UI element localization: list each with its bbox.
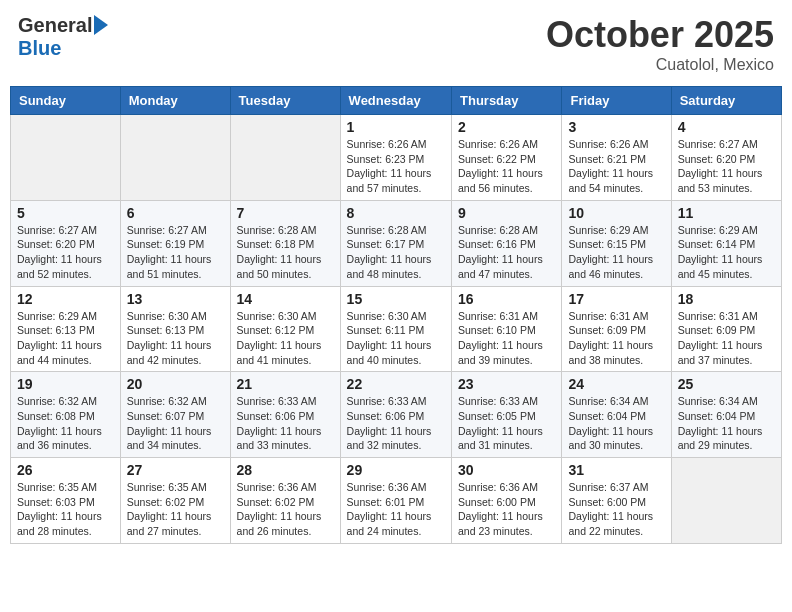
day-info: Sunrise: 6:27 AM Sunset: 6:19 PM Dayligh…: [127, 223, 224, 282]
calendar-cell: 11Sunrise: 6:29 AM Sunset: 6:14 PM Dayli…: [671, 200, 781, 286]
day-number: 20: [127, 376, 224, 392]
day-info: Sunrise: 6:31 AM Sunset: 6:10 PM Dayligh…: [458, 309, 555, 368]
week-row-5: 26Sunrise: 6:35 AM Sunset: 6:03 PM Dayli…: [11, 458, 782, 544]
weekday-header-row: SundayMondayTuesdayWednesdayThursdayFrid…: [11, 87, 782, 115]
calendar-cell: 18Sunrise: 6:31 AM Sunset: 6:09 PM Dayli…: [671, 286, 781, 372]
weekday-header-tuesday: Tuesday: [230, 87, 340, 115]
day-info: Sunrise: 6:29 AM Sunset: 6:15 PM Dayligh…: [568, 223, 664, 282]
calendar-cell: 6Sunrise: 6:27 AM Sunset: 6:19 PM Daylig…: [120, 200, 230, 286]
day-info: Sunrise: 6:33 AM Sunset: 6:06 PM Dayligh…: [347, 394, 445, 453]
calendar-cell: 1Sunrise: 6:26 AM Sunset: 6:23 PM Daylig…: [340, 115, 451, 201]
calendar-cell: 10Sunrise: 6:29 AM Sunset: 6:15 PM Dayli…: [562, 200, 671, 286]
day-number: 5: [17, 205, 114, 221]
day-number: 15: [347, 291, 445, 307]
calendar-cell: [230, 115, 340, 201]
day-number: 1: [347, 119, 445, 135]
calendar-cell: 24Sunrise: 6:34 AM Sunset: 6:04 PM Dayli…: [562, 372, 671, 458]
day-number: 3: [568, 119, 664, 135]
calendar-cell: 21Sunrise: 6:33 AM Sunset: 6:06 PM Dayli…: [230, 372, 340, 458]
calendar-cell: 13Sunrise: 6:30 AM Sunset: 6:13 PM Dayli…: [120, 286, 230, 372]
day-info: Sunrise: 6:36 AM Sunset: 6:02 PM Dayligh…: [237, 480, 334, 539]
day-info: Sunrise: 6:36 AM Sunset: 6:01 PM Dayligh…: [347, 480, 445, 539]
calendar-cell: 25Sunrise: 6:34 AM Sunset: 6:04 PM Dayli…: [671, 372, 781, 458]
day-info: Sunrise: 6:30 AM Sunset: 6:12 PM Dayligh…: [237, 309, 334, 368]
calendar-cell: 19Sunrise: 6:32 AM Sunset: 6:08 PM Dayli…: [11, 372, 121, 458]
day-number: 29: [347, 462, 445, 478]
day-info: Sunrise: 6:28 AM Sunset: 6:16 PM Dayligh…: [458, 223, 555, 282]
calendar-cell: 20Sunrise: 6:32 AM Sunset: 6:07 PM Dayli…: [120, 372, 230, 458]
day-info: Sunrise: 6:26 AM Sunset: 6:23 PM Dayligh…: [347, 137, 445, 196]
day-number: 19: [17, 376, 114, 392]
calendar-table: SundayMondayTuesdayWednesdayThursdayFrid…: [10, 86, 782, 544]
day-number: 18: [678, 291, 775, 307]
day-info: Sunrise: 6:31 AM Sunset: 6:09 PM Dayligh…: [678, 309, 775, 368]
calendar-cell: 31Sunrise: 6:37 AM Sunset: 6:00 PM Dayli…: [562, 458, 671, 544]
day-info: Sunrise: 6:30 AM Sunset: 6:11 PM Dayligh…: [347, 309, 445, 368]
calendar-cell: 14Sunrise: 6:30 AM Sunset: 6:12 PM Dayli…: [230, 286, 340, 372]
calendar-cell: 22Sunrise: 6:33 AM Sunset: 6:06 PM Dayli…: [340, 372, 451, 458]
day-info: Sunrise: 6:34 AM Sunset: 6:04 PM Dayligh…: [568, 394, 664, 453]
calendar-cell: [11, 115, 121, 201]
day-number: 31: [568, 462, 664, 478]
weekday-header-monday: Monday: [120, 87, 230, 115]
day-info: Sunrise: 6:35 AM Sunset: 6:02 PM Dayligh…: [127, 480, 224, 539]
day-number: 17: [568, 291, 664, 307]
day-info: Sunrise: 6:28 AM Sunset: 6:18 PM Dayligh…: [237, 223, 334, 282]
day-number: 27: [127, 462, 224, 478]
day-number: 4: [678, 119, 775, 135]
day-info: Sunrise: 6:29 AM Sunset: 6:13 PM Dayligh…: [17, 309, 114, 368]
day-info: Sunrise: 6:37 AM Sunset: 6:00 PM Dayligh…: [568, 480, 664, 539]
calendar-cell: 4Sunrise: 6:27 AM Sunset: 6:20 PM Daylig…: [671, 115, 781, 201]
calendar-cell: 9Sunrise: 6:28 AM Sunset: 6:16 PM Daylig…: [452, 200, 562, 286]
day-info: Sunrise: 6:27 AM Sunset: 6:20 PM Dayligh…: [678, 137, 775, 196]
calendar-cell: 29Sunrise: 6:36 AM Sunset: 6:01 PM Dayli…: [340, 458, 451, 544]
day-info: Sunrise: 6:27 AM Sunset: 6:20 PM Dayligh…: [17, 223, 114, 282]
calendar-cell: 27Sunrise: 6:35 AM Sunset: 6:02 PM Dayli…: [120, 458, 230, 544]
month-title: October 2025: [546, 14, 774, 56]
day-number: 23: [458, 376, 555, 392]
day-number: 16: [458, 291, 555, 307]
weekday-header-sunday: Sunday: [11, 87, 121, 115]
logo: General Blue: [18, 14, 108, 60]
day-number: 12: [17, 291, 114, 307]
day-number: 2: [458, 119, 555, 135]
day-number: 24: [568, 376, 664, 392]
day-number: 7: [237, 205, 334, 221]
day-info: Sunrise: 6:26 AM Sunset: 6:22 PM Dayligh…: [458, 137, 555, 196]
calendar-cell: 17Sunrise: 6:31 AM Sunset: 6:09 PM Dayli…: [562, 286, 671, 372]
calendar-cell: 26Sunrise: 6:35 AM Sunset: 6:03 PM Dayli…: [11, 458, 121, 544]
weekday-header-thursday: Thursday: [452, 87, 562, 115]
day-number: 9: [458, 205, 555, 221]
calendar-cell: 30Sunrise: 6:36 AM Sunset: 6:00 PM Dayli…: [452, 458, 562, 544]
day-number: 14: [237, 291, 334, 307]
week-row-2: 5Sunrise: 6:27 AM Sunset: 6:20 PM Daylig…: [11, 200, 782, 286]
calendar-cell: 28Sunrise: 6:36 AM Sunset: 6:02 PM Dayli…: [230, 458, 340, 544]
day-number: 30: [458, 462, 555, 478]
day-info: Sunrise: 6:28 AM Sunset: 6:17 PM Dayligh…: [347, 223, 445, 282]
day-info: Sunrise: 6:35 AM Sunset: 6:03 PM Dayligh…: [17, 480, 114, 539]
day-info: Sunrise: 6:36 AM Sunset: 6:00 PM Dayligh…: [458, 480, 555, 539]
calendar-cell: 15Sunrise: 6:30 AM Sunset: 6:11 PM Dayli…: [340, 286, 451, 372]
day-info: Sunrise: 6:29 AM Sunset: 6:14 PM Dayligh…: [678, 223, 775, 282]
weekday-header-friday: Friday: [562, 87, 671, 115]
calendar-cell: 23Sunrise: 6:33 AM Sunset: 6:05 PM Dayli…: [452, 372, 562, 458]
calendar-cell: 12Sunrise: 6:29 AM Sunset: 6:13 PM Dayli…: [11, 286, 121, 372]
day-number: 28: [237, 462, 334, 478]
day-info: Sunrise: 6:32 AM Sunset: 6:08 PM Dayligh…: [17, 394, 114, 453]
day-number: 6: [127, 205, 224, 221]
calendar-cell: 8Sunrise: 6:28 AM Sunset: 6:17 PM Daylig…: [340, 200, 451, 286]
day-number: 10: [568, 205, 664, 221]
calendar-cell: [120, 115, 230, 201]
page-header: General Blue October 2025 Cuatolol, Mexi…: [10, 10, 782, 78]
day-number: 25: [678, 376, 775, 392]
logo-blue: Blue: [18, 37, 61, 60]
calendar-cell: 3Sunrise: 6:26 AM Sunset: 6:21 PM Daylig…: [562, 115, 671, 201]
day-info: Sunrise: 6:26 AM Sunset: 6:21 PM Dayligh…: [568, 137, 664, 196]
logo-arrow-icon: [94, 15, 108, 35]
day-number: 26: [17, 462, 114, 478]
week-row-3: 12Sunrise: 6:29 AM Sunset: 6:13 PM Dayli…: [11, 286, 782, 372]
logo-general: General: [18, 14, 92, 37]
calendar-cell: 7Sunrise: 6:28 AM Sunset: 6:18 PM Daylig…: [230, 200, 340, 286]
day-number: 8: [347, 205, 445, 221]
title-section: October 2025 Cuatolol, Mexico: [546, 14, 774, 74]
